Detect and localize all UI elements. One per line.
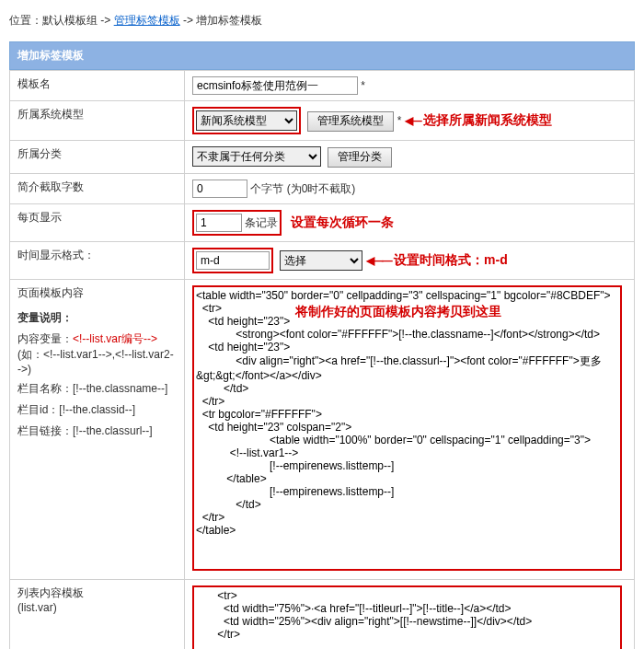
row-per-page: 每页显示 条记录 设置每次循环一条 xyxy=(10,203,635,241)
input-brief[interactable] xyxy=(192,180,247,198)
row-page-template: 页面模板内容 变量说明： 内容变量：<!--list.var编号--> (如：<… xyxy=(10,279,635,579)
panel-title: 增加标签模板 xyxy=(9,41,635,70)
annot-per-page: 设置每次循环一条 xyxy=(291,214,394,229)
input-time-format[interactable] xyxy=(196,251,270,270)
input-per-page[interactable] xyxy=(196,214,242,232)
arrow-icon: ◀—— xyxy=(366,254,391,267)
select-time-preset[interactable]: 选择 xyxy=(280,250,362,271)
var-note-classurl: 栏目链接：[!--the.classurl--] xyxy=(17,423,177,439)
annot-model: 选择所属新闻系统模型 xyxy=(423,112,552,127)
row-brief: 简介截取字数 个字节 (为0时不截取) xyxy=(10,173,635,203)
arrow-icon: ◀— xyxy=(405,114,420,127)
select-category[interactable]: 不隶属于任何分类 xyxy=(192,146,321,167)
label-category: 所属分类 xyxy=(10,141,185,174)
var-note-example: (如：<!--list.var1-->,<!--list.var2-->) xyxy=(17,347,177,376)
input-template-name[interactable] xyxy=(192,76,358,95)
row-template-name: 模板名 * xyxy=(10,71,635,101)
breadcrumb-link-manage[interactable]: 管理标签模板 xyxy=(114,14,180,27)
label-time-format: 时间显示格式： xyxy=(10,241,185,279)
label-system-model: 所属系统模型 xyxy=(10,101,185,141)
breadcrumb-prefix: 位置：默认模板组 -> xyxy=(9,14,114,27)
var-note-classid: 栏目id：[!--the.classid--] xyxy=(17,402,177,418)
var-note-classname: 栏目名称：[!--the.classname--] xyxy=(17,381,177,397)
suffix-brief: 个字节 (为0时不截取) xyxy=(250,182,355,195)
breadcrumb-sep: -> xyxy=(180,14,197,27)
row-list-template: 列表内容模板 (list.var) 将制作好的列表内容模板拷贝到这里 xyxy=(10,579,635,649)
breadcrumb: 位置：默认模板组 -> 管理标签模板 -> 增加标签模板 xyxy=(9,9,635,32)
textarea-page-template[interactable] xyxy=(192,285,622,571)
var-note-contentvar: 内容变量：<!--list.var编号--> xyxy=(17,331,177,347)
annot-time: 设置时间格式：m-d xyxy=(394,252,508,267)
suffix-per-page: 条记录 xyxy=(245,216,278,229)
row-system-model: 所属系统模型 新闻系统模型 管理系统模型 * ◀— 选择所属新闻系统模型 xyxy=(10,101,635,141)
label-per-page: 每页显示 xyxy=(10,203,185,241)
form-table: 模板名 * 所属系统模型 新闻系统模型 管理系统模型 * ◀— 选择所属新闻系统… xyxy=(9,70,635,649)
row-time-format: 时间显示格式： 选择 ◀—— 设置时间格式：m-d xyxy=(10,241,635,279)
select-system-model[interactable]: 新闻系统模型 xyxy=(196,110,297,131)
textarea-list-template[interactable] xyxy=(192,585,622,650)
label-template-name: 模板名 xyxy=(10,71,185,101)
label-page-template: 页面模板内容 变量说明： 内容变量：<!--list.var编号--> (如：<… xyxy=(10,279,185,579)
btn-manage-category[interactable]: 管理分类 xyxy=(328,147,392,168)
label-brief: 简介截取字数 xyxy=(10,173,185,203)
var-note-heading: 变量说明： xyxy=(17,310,177,326)
label-list-template: 列表内容模板 (list.var) xyxy=(10,579,185,649)
btn-manage-model[interactable]: 管理系统模型 xyxy=(307,111,394,132)
row-category: 所属分类 不隶属于任何分类 管理分类 xyxy=(10,141,635,174)
required-star: * xyxy=(361,79,365,92)
required-star: * xyxy=(397,114,402,127)
breadcrumb-current: 增加标签模板 xyxy=(196,14,262,27)
